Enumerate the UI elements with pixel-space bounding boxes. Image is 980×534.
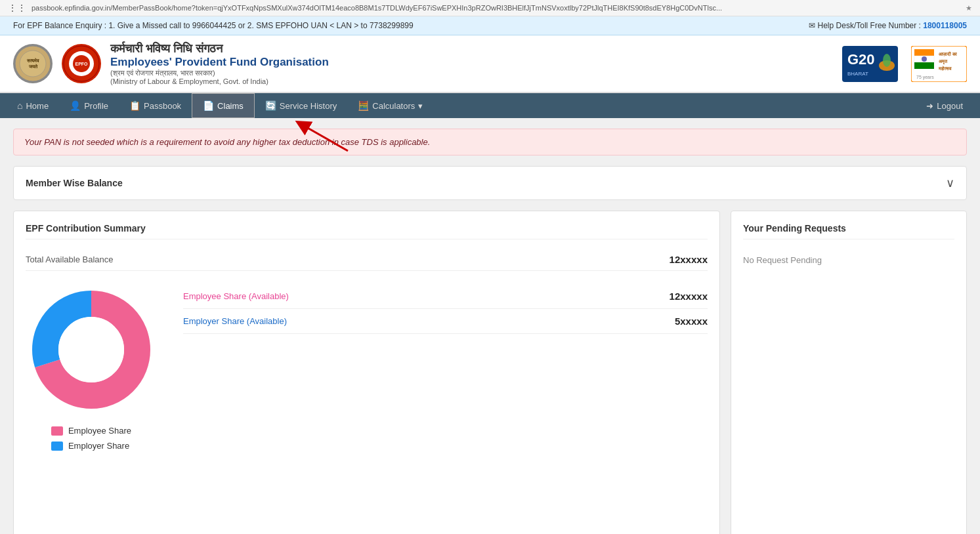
svg-text:सत्यमेव: सत्यमेव <box>26 58 39 63</box>
nav-item-claims[interactable]: 📄 Claims <box>192 93 255 118</box>
total-balance-value: 12xxxxx <box>670 254 708 265</box>
employer-share-row: Employer Share (Available) 5xxxxx <box>183 309 708 334</box>
nav-right: ➜ Logout <box>916 94 973 117</box>
svg-text:G20: G20 <box>847 51 875 68</box>
chart-legend: Employee Share Employer Share <box>51 426 131 456</box>
nav-service-history-label: Service History <box>280 101 337 111</box>
pan-alert-message: Your PAN is not seeded which is a requir… <box>24 137 430 147</box>
header-right: G20 BHARAT आज़ादी का अमृत महोत्सव 75 yea… <box>842 46 967 82</box>
pending-requests-section: Your Pending Requests No Request Pending <box>731 211 967 534</box>
nav-item-home[interactable]: ⌂ Home <box>7 93 59 118</box>
nav-item-calculators[interactable]: 🧮 Calculators ▾ <box>347 93 433 118</box>
nav-calculators-label: Calculators <box>372 101 415 111</box>
epfo-logo: EPFO <box>62 44 101 83</box>
chart-area: Employee Share Employer Share Employee S… <box>26 284 708 456</box>
donut-svg <box>26 284 157 415</box>
employer-share-label[interactable]: Employer Share (Available) <box>183 316 287 326</box>
logout-label: Logout <box>937 101 963 111</box>
legend-employer-share: Employer Share <box>51 441 131 451</box>
employee-share-row: Employee Share (Available) 12xxxxx <box>183 284 708 309</box>
svg-text:आज़ादी का: आज़ादी का <box>939 51 957 56</box>
employee-share-value: 12xxxxx <box>670 291 708 302</box>
claims-icon: 📄 <box>203 100 214 111</box>
svg-text:महोत्सव: महोत्सव <box>938 66 952 71</box>
svg-text:अमृत: अमृत <box>939 59 948 64</box>
member-balance-section: Member Wise Balance ∨ <box>13 166 967 200</box>
profile-icon: 👤 <box>70 100 81 111</box>
header: सत्यमेव जयते EPFO कर्मचारी भविष्य निधि स… <box>0 35 980 93</box>
helpdesk-text: ✉ Help Desk/Toll Free Number : 180011800… <box>809 21 967 30</box>
org-name: कर्मचारी भविष्य निधि संगठन Employees' Pr… <box>110 42 329 85</box>
total-balance-row: Total Available Balance 12xxxxx <box>26 249 708 271</box>
legend-employer-color <box>51 442 63 451</box>
svg-text:BHARAT: BHARAT <box>847 71 868 77</box>
nav-passbook-label: Passbook <box>144 101 181 111</box>
amrit-mahotsav-badge: आज़ादी का अमृत महोत्सव 75 years <box>911 46 967 82</box>
url-bar: ⋮⋮ passbook.epfindia.gov.in/MemberPassBo… <box>0 0 980 16</box>
org-hindi: कर्मचारी भविष्य निधि संगठन <box>110 42 329 56</box>
donut-chart-container: Employee Share Employer Share <box>26 284 157 456</box>
member-balance-title: Member Wise Balance <box>26 178 123 188</box>
total-balance-label: Total Available Balance <box>26 255 113 264</box>
logout-button[interactable]: ➜ Logout <box>916 94 973 117</box>
org-ministry-hindi: (श्रम एवं रोजगार मंत्रालय, भारत सरकार) <box>110 69 329 77</box>
header-left: सत्यमेव जयते EPFO कर्मचारी भविष्य निधि स… <box>13 42 329 85</box>
svg-rect-14 <box>914 49 934 56</box>
logout-icon: ➜ <box>926 101 933 111</box>
svg-text:75 years: 75 years <box>916 75 934 80</box>
svg-point-17 <box>922 56 927 62</box>
employee-share-label[interactable]: Employee Share (Available) <box>183 291 289 301</box>
chevron-down-icon: ∨ <box>946 176 954 190</box>
org-ministry-en: (Ministry of Labour & Employment, Govt. … <box>110 77 329 85</box>
bookmark-icon[interactable]: ★ <box>966 4 972 12</box>
donut-chart <box>26 284 157 415</box>
nav-home-label: Home <box>26 101 49 111</box>
nav-item-profile[interactable]: 👤 Profile <box>59 93 119 118</box>
legend-employee-color <box>51 426 63 436</box>
calculators-icon: 🧮 <box>358 100 369 111</box>
url-text: passbook.epfindia.gov.in/MemberPassBook/… <box>32 4 960 12</box>
share-details: Employee Share (Available) 12xxxxx Emplo… <box>183 284 708 334</box>
nav-claims-label: Claims <box>217 101 244 111</box>
emblem-logo: सत्यमेव जयते <box>13 44 53 83</box>
main-content: Your PAN is not seeded which is a requir… <box>0 118 980 534</box>
bottom-grid: EPF Contribution Summary Total Available… <box>13 211 967 534</box>
home-icon: ⌂ <box>17 100 22 111</box>
svg-point-1 <box>20 51 46 77</box>
epf-contribution-title: EPF Contribution Summary <box>26 223 708 239</box>
org-english: Employees' Provident Fund Organisation <box>110 56 329 69</box>
pan-alert: Your PAN is not seeded which is a requir… <box>13 129 967 155</box>
top-info-bar: For EPF Balance Enquiry : 1. Give a Miss… <box>0 16 980 35</box>
svg-rect-16 <box>914 62 934 69</box>
balance-enquiry-text: For EPF Balance Enquiry : 1. Give a Miss… <box>13 21 414 30</box>
no-request-message: No Request Pending <box>743 249 954 272</box>
service-history-icon: 🔄 <box>265 100 276 111</box>
member-balance-header[interactable]: Member Wise Balance ∨ <box>14 167 966 199</box>
svg-text:EPFO: EPFO <box>75 62 88 66</box>
svg-point-27 <box>58 317 124 382</box>
svg-point-12 <box>883 54 891 67</box>
nav-item-service-history[interactable]: 🔄 Service History <box>255 93 347 118</box>
navbar: ⌂ Home 👤 Profile 📋 Passbook 📄 Claims 🔄 S… <box>0 93 980 118</box>
nav-left: ⌂ Home 👤 Profile 📋 Passbook 📄 Claims 🔄 S… <box>7 93 433 118</box>
nav-profile-label: Profile <box>84 101 108 111</box>
legend-employer-label: Employer Share <box>68 441 129 451</box>
employer-share-value: 5xxxxx <box>675 316 708 327</box>
epf-contribution-section: EPF Contribution Summary Total Available… <box>13 211 720 534</box>
legend-employee-label: Employee Share <box>68 426 131 436</box>
menu-icon: ⋮⋮ <box>8 3 26 13</box>
g20-badge: G20 BHARAT <box>842 46 898 82</box>
pending-requests-title: Your Pending Requests <box>743 223 954 239</box>
nav-item-passbook[interactable]: 📋 Passbook <box>119 93 192 118</box>
calculators-dropdown-icon: ▾ <box>418 101 423 111</box>
helpdesk-number: 1800118005 <box>923 21 967 30</box>
legend-employee-share: Employee Share <box>51 426 131 436</box>
passbook-icon: 📋 <box>129 100 140 111</box>
svg-text:जयते: जयते <box>28 64 38 69</box>
